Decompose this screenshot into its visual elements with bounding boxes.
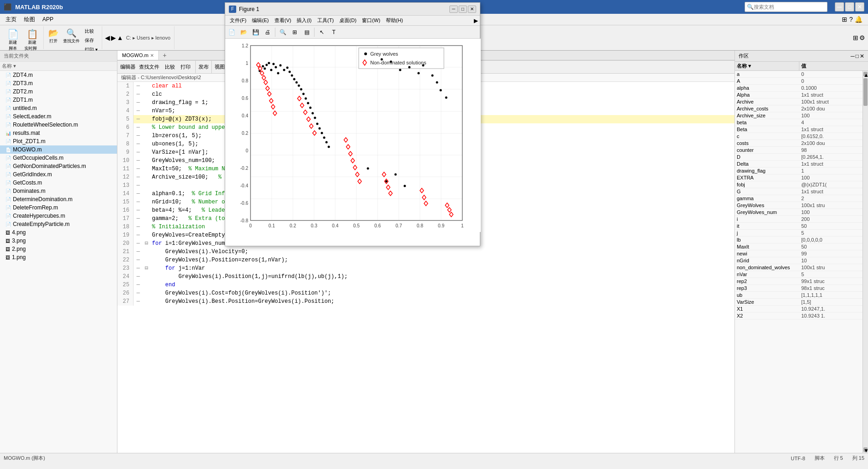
var-ub[interactable]: ub[1,1,1,1,1 [735,292,862,299]
back-icon[interactable]: ◀ [105,34,110,41]
notification-icon[interactable]: 🔔 [855,16,862,23]
fig-save-icon[interactable]: 💾 [250,27,261,37]
var-MaxIt[interactable]: MaxIt50 [735,243,862,250]
var-Archive[interactable]: Archive100x1 struct [735,98,862,105]
add-tab-button[interactable]: + [159,51,170,60]
help-icon[interactable]: ? [849,16,853,23]
var-alpha[interactable]: alpha0.1000 [735,85,862,92]
file-item-Plot-ZDT1[interactable]: 📄Plot_ZDT1.m [0,137,117,145]
var-Archive-costs[interactable]: Archive_costs2x100 dou [735,105,862,112]
file-item-2png[interactable]: 🖼2.png [0,245,117,253]
file-item-untitled[interactable]: 📄untitled.m [0,104,117,112]
figure-menu-file[interactable]: 文件(F) [227,17,249,24]
var-j[interactable]: j5 [735,230,862,237]
layout-icon[interactable]: ⊞ [842,16,847,23]
file-item-1png[interactable]: 🖼1.png [0,253,117,261]
var-X1[interactable]: X110.9247,1. [735,306,862,313]
find-files-btn[interactable]: 查找文件 [137,63,161,71]
open-button[interactable]: 📂 打开 [47,27,60,54]
var-drawing-flag[interactable]: drawing_flag1 [735,168,862,174]
fig-grid-icon[interactable]: ⊞ [289,27,300,37]
var-A[interactable]: A0 [735,78,862,85]
close-button[interactable]: ✕ [855,2,864,12]
figure-menu-more[interactable]: ▶ [474,17,478,24]
file-item-results[interactable]: 📊results.mat [0,129,117,137]
search-input[interactable] [754,4,818,10]
file-item-Dominates[interactable]: 📄Dominates.m [0,187,117,195]
figure-menu-view[interactable]: 查看(V) [272,17,294,24]
layout-toggle-icon[interactable]: ⊞ [853,34,858,41]
figure-maximize-button[interactable]: □ [459,6,467,13]
var-costs[interactable]: costs2x100 dou [735,140,862,147]
new-live-button[interactable]: 📋 新建 实时脚本 [23,27,41,46]
file-item-ZDT2[interactable]: 📄ZDT2.m [0,87,117,96]
var-non-dominated[interactable]: non_dominated_wolves100x1 stru [735,264,862,271]
var-VarSize[interactable]: VarSize[1,5] [735,299,862,306]
figure-close-button[interactable]: ✕ [468,6,476,13]
new-script-button[interactable]: 📄 新建 脚本 [4,27,22,46]
var-Beta[interactable]: Beta1x1 struct [735,126,862,133]
var-gamma[interactable]: gamma2 [735,195,862,202]
var-i[interactable]: i200 [735,216,862,223]
file-item-ZDT3[interactable]: 📄ZDT3.m [0,79,117,87]
fig-layout-icon[interactable]: ▤ [301,27,312,37]
file-item-DeleteFromRep[interactable]: 📄DeleteFromRep.m [0,203,117,212]
file-item-MOGWO[interactable]: 📄MOGWO.m [0,145,117,154]
maximize-button[interactable]: □ [845,2,854,12]
var-nVar[interactable]: nVar5 [735,271,862,278]
close-tab-icon[interactable]: ✕ [150,53,154,58]
workspace-maximize-icon[interactable]: □ [856,53,859,59]
file-item-ZDT4[interactable]: 📄ZDT4.m [0,71,117,79]
up-icon[interactable]: ▲ [117,34,123,41]
figure-menu-window[interactable]: 窗口(W) [359,17,383,24]
var-a[interactable]: a0 [735,71,862,78]
var-counter[interactable]: counter98 [735,147,862,154]
file-item-CreateHypercubes[interactable]: 📄CreateHypercubes.m [0,212,117,220]
workspace-minimize-icon[interactable]: ─ [851,53,855,59]
var-Alpha[interactable]: Alpha1x1 struct [735,92,862,98]
var-GreyWolves-num[interactable]: GreyWolves_num100 [735,209,862,216]
fig-cursor-icon[interactable]: ↖ [316,27,327,37]
compare-button[interactable]: 比较 [82,27,100,35]
menu-app[interactable]: APP [39,15,57,23]
workspace-close-icon[interactable]: ✕ [860,53,864,59]
fig-zoom-in-icon[interactable]: 🔍 [277,27,288,37]
var-beta[interactable]: beta4 [735,119,862,126]
workspace-scrollbar[interactable]: ▲ ▼ [862,71,868,453]
figure-minimize-button[interactable]: ─ [449,6,458,13]
fig-print-icon[interactable]: 🖨 [262,27,273,37]
print-btn[interactable]: 打印 [179,63,192,71]
var-G[interactable]: G1x1 struct [735,188,862,195]
var-c[interactable]: c[0.6152,0. [735,133,862,140]
figure-menu-desktop[interactable]: 桌面(D) [337,17,359,24]
editor-tab-MOGWO[interactable]: MOGWO.m ✕ [117,51,159,60]
fig-open-icon[interactable]: 📂 [238,27,249,37]
save-button[interactable]: 保存 [82,36,100,45]
var-rep3[interactable]: rep398x1 struc [735,285,862,292]
find-files-button[interactable]: 🔍 查找文件 [61,27,82,54]
file-item-CreateEmptyParticle[interactable]: 📄CreateEmptyParticle.m [0,220,117,228]
file-item-GetCosts[interactable]: 📄GetCosts.m [0,179,117,187]
var-Delta[interactable]: Delta1x1 struct [735,161,862,168]
file-item-GetGridIndex[interactable]: 📄GetGridIndex.m [0,170,117,179]
file-item-GetOccupied[interactable]: 📄GetOccupiedCells.m [0,154,117,162]
var-GreyWolves[interactable]: GreyWolves100x1 stru [735,202,862,209]
var-rep2[interactable]: rep299x1 struc [735,278,862,285]
file-item-4png[interactable]: 🖼4.png [0,228,117,237]
menu-plot[interactable]: 绘图 [20,15,39,24]
var-X2[interactable]: X210.9243 1. [735,313,862,319]
fig-text-icon[interactable]: T [328,27,339,37]
menu-home[interactable]: 主页 [2,15,20,24]
file-item-DetermineDomination[interactable]: 📄DetermineDomination.m [0,195,117,203]
fig-new-icon[interactable]: 📄 [226,27,237,37]
var-Archive-size[interactable]: Archive_size100 [735,112,862,119]
var-EXTRA[interactable]: EXTRA100 [735,174,862,181]
var-D[interactable]: D[0.2654,1. [735,154,862,161]
forward-icon[interactable]: ▶ [111,34,116,41]
figure-menu-edit[interactable]: 编辑(E) [249,17,272,24]
var-nGrid[interactable]: nGrid10 [735,257,862,264]
var-it[interactable]: it50 [735,223,862,230]
var-fobj[interactable]: fobj@(x)ZDT1( [735,181,862,188]
figure-menu-insert[interactable]: 插入(I) [294,17,314,24]
file-item-GetNonDominated[interactable]: 📄GetNonDominatedParticles.m [0,162,117,170]
